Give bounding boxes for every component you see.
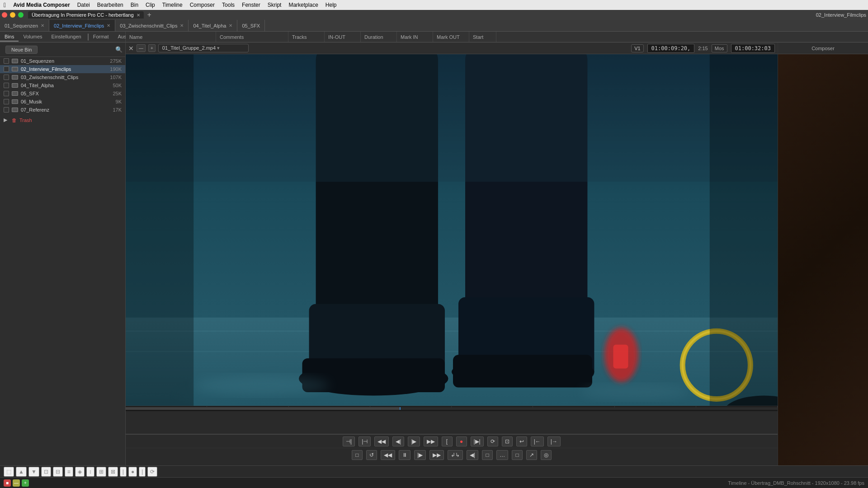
menu-marketplace[interactable]: Marketplace (288, 2, 318, 8)
menu-clip[interactable]: Clip (146, 2, 155, 8)
viewer-expand-btn[interactable]: + (148, 44, 156, 52)
bottom-tool-7[interactable]: ◈ (75, 467, 85, 477)
rev-fast-btn[interactable]: ◀◀ (381, 450, 395, 460)
audio-in-btn[interactable]: |← (531, 436, 544, 446)
bin-item-01[interactable]: 01_Sequenzen 275K (0, 57, 125, 65)
col-name: Name (126, 32, 216, 42)
bottom-tool-6[interactable]: ≡ (65, 467, 73, 477)
main-tab[interactable]: Übertragung In Premiere Pro CC - herbert… (28, 11, 144, 19)
sync-btn[interactable]: ↩ (516, 436, 527, 446)
play-fwd-btn[interactable]: |▶ (408, 436, 420, 446)
fast-fwd-btn[interactable]: ▶▶ (429, 450, 444, 460)
bottom-tool-3[interactable]: ▼ (28, 467, 39, 477)
split-btn[interactable]: ↲↳ (448, 450, 463, 460)
clip2-btn[interactable]: □ (482, 450, 493, 460)
bottom-tool-5[interactable]: ⊟ (53, 467, 63, 477)
menu-timeline[interactable]: Timeline (162, 2, 183, 8)
bin-item-05[interactable]: 05_SFX 25K (0, 89, 125, 98)
bottom-tool-9[interactable]: ⊞ (96, 467, 106, 477)
capture-btn[interactable]: ◎ (541, 450, 552, 460)
step-in-btn[interactable]: |⊣ (359, 436, 371, 446)
viewer-close-btn[interactable]: ✕ (128, 45, 134, 52)
loop-btn[interactable]: ⟳ (487, 436, 498, 446)
tab-close-03[interactable]: ✕ (180, 23, 184, 28)
back-btn[interactable]: ◀| (467, 450, 478, 460)
bin-item-07[interactable]: 07_Referenz 17K (0, 106, 125, 114)
overlay-btn[interactable]: □ (512, 450, 523, 460)
menu-avid[interactable]: Avid Media Composer (13, 2, 70, 8)
play-btn[interactable]: |▶ (414, 450, 426, 460)
menu-datei[interactable]: Datei (77, 2, 90, 8)
bottom-tool-14[interactable]: ⟳ (147, 467, 157, 477)
close-button[interactable] (2, 12, 7, 18)
play-rev-btn[interactable]: ◀| (392, 436, 404, 446)
menu-fenster[interactable]: Fenster (242, 2, 260, 8)
svg-rect-21 (126, 54, 193, 411)
step-out-btn[interactable]: |▶| (471, 436, 484, 446)
bin-item-03[interactable]: 03_Zwischenschnitt_Clips 107K (0, 73, 125, 81)
col-duration: Duration (361, 32, 397, 42)
loop2-btn[interactable]: ↺ (366, 450, 377, 460)
bin-item-06[interactable]: 06_Musik 9K (0, 98, 125, 106)
maximize-button[interactable] (18, 12, 24, 18)
prev-frame-btn[interactable]: ◀◀ (374, 436, 389, 446)
clip-btn[interactable]: □ (352, 450, 363, 460)
status-go-btn[interactable]: + (22, 479, 29, 487)
composer-label-area: Composer (778, 42, 868, 54)
minimize-button[interactable] (10, 12, 15, 18)
main-tab-close[interactable]: ✕ (137, 13, 140, 18)
bottom-tool-10[interactable]: ⊠ (108, 467, 118, 477)
pause-btn[interactable]: ⏸ (399, 450, 410, 460)
viewer-clip-name[interactable]: 01_Titel_Gruppe_2.mp4 ▾ (158, 44, 249, 52)
next-frame-btn[interactable]: ▶▶ (424, 436, 438, 446)
apple-menu[interactable]:  (4, 1, 6, 9)
bottom-tool-11[interactable]: | (120, 467, 127, 477)
project-tab-02[interactable]: 02_Interview_Filmclips ✕ (49, 20, 115, 31)
bottom-tool-13[interactable]: | (139, 467, 146, 477)
project-tab-03[interactable]: 03_Zwischenschnitt_Clips ✕ (115, 20, 189, 31)
bracket-open-btn[interactable]: [ (442, 436, 453, 446)
project-tab-05[interactable]: 05_SFX (237, 20, 265, 31)
bin-size-01: 275K (110, 58, 122, 64)
search-toggle[interactable]: 🔍 (115, 46, 123, 53)
bins-tab-einstellungen[interactable]: Einstellungen (47, 33, 86, 42)
menu-bearbeiten[interactable]: Bearbeiten (97, 2, 123, 8)
multi-cam-btn[interactable]: ⊡ (502, 436, 513, 446)
project-tab-01[interactable]: 01_Sequenzen ✕ (0, 20, 49, 31)
menu-skript[interactable]: Skript (268, 2, 282, 8)
menu-composer[interactable]: Composer (190, 2, 215, 8)
record-btn[interactable]: ● (456, 436, 467, 446)
bins-tab-volumes[interactable]: Volumes (19, 33, 47, 42)
tab-close-04[interactable]: ✕ (229, 23, 232, 28)
viewer-minimize-btn[interactable]: — (137, 44, 146, 52)
expand-icon[interactable]: ▶ (4, 117, 7, 123)
bins-tab-bins[interactable]: Bins (0, 33, 19, 42)
timeline-scrubber[interactable] (126, 406, 778, 411)
status-pause-btn[interactable]: — (13, 479, 20, 487)
menu-bin[interactable]: Bin (131, 2, 138, 8)
bottom-tool-2[interactable]: ▲ (16, 467, 27, 477)
menu-tools[interactable]: Tools (222, 2, 235, 8)
menu-help[interactable]: Help (326, 2, 337, 8)
add-tab-button[interactable]: + (146, 11, 153, 19)
bin-item-04[interactable]: 04_Titel_Alpha 50K (0, 81, 125, 89)
status-stop-btn[interactable]: ■ (4, 479, 11, 487)
col-inout: IN-OUT (325, 32, 361, 42)
bins-tab-format[interactable]: Format (89, 33, 113, 42)
bin-item-trash[interactable]: ▶ 🗑 Trash (0, 116, 125, 124)
bottom-tool-12[interactable]: ● (128, 467, 137, 477)
project-tab-04[interactable]: 04_Titel_Alpha ✕ (189, 20, 237, 31)
menu-btn[interactable]: … (496, 450, 508, 460)
bin-item-02[interactable]: 02_Interview_Filmclips 190K (0, 65, 125, 73)
export-btn[interactable]: ↗ (526, 450, 537, 460)
bottom-tool-4[interactable]: ⊡ (41, 467, 51, 477)
col-markin: Mark IN (397, 32, 433, 42)
bottom-tool-1[interactable]: ⬚ (4, 467, 14, 477)
mark-in-btn[interactable]: ⊣| (343, 436, 355, 446)
bin-checkbox-02 (4, 66, 9, 72)
tab-close-02[interactable]: ✕ (107, 23, 110, 28)
bottom-tool-8[interactable]: ↕ (86, 467, 94, 477)
tab-close-01[interactable]: ✕ (41, 23, 44, 28)
new-bin-button[interactable]: Neue Bin (5, 46, 38, 54)
audio-out-btn[interactable]: |→ (547, 436, 561, 446)
